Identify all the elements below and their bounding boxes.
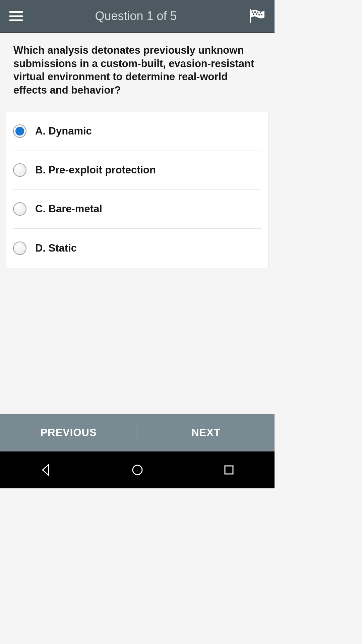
- svg-rect-6: [256, 13, 257, 15]
- answer-option-a[interactable]: A. Dynamic: [13, 112, 261, 151]
- svg-rect-1: [252, 11, 253, 13]
- next-button[interactable]: NEXT: [137, 427, 275, 439]
- home-icon[interactable]: [131, 463, 144, 477]
- svg-rect-4: [260, 12, 261, 13]
- svg-rect-5: [253, 13, 254, 15]
- previous-button[interactable]: PREVIOUS: [0, 427, 137, 439]
- answer-label: B. Pre-exploit protection: [35, 164, 156, 176]
- svg-rect-7: [258, 14, 260, 15]
- content-area: Which analysis detonates previously unkn…: [0, 33, 275, 414]
- radio-icon: [13, 163, 26, 177]
- radio-icon: [13, 241, 26, 255]
- svg-rect-2: [254, 11, 256, 13]
- menu-icon[interactable]: [9, 11, 23, 21]
- app-header: Question 1 of 5: [0, 0, 275, 33]
- answers-card: A. Dynamic B. Pre-exploit protection C. …: [6, 112, 268, 268]
- answer-label: C. Bare-metal: [35, 203, 102, 215]
- answer-label: D. Static: [35, 242, 77, 254]
- answer-option-b[interactable]: B. Pre-exploit protection: [13, 151, 261, 190]
- svg-point-9: [133, 465, 142, 475]
- flag-icon[interactable]: [249, 9, 265, 23]
- svg-rect-8: [261, 14, 262, 15]
- system-navbar: [0, 451, 275, 488]
- answer-option-d[interactable]: D. Static: [13, 229, 261, 268]
- back-icon[interactable]: [39, 463, 53, 477]
- radio-icon: [13, 124, 26, 138]
- answer-label: A. Dynamic: [35, 125, 92, 137]
- question-text: Which analysis detonates previously unkn…: [6, 44, 268, 97]
- svg-rect-10: [225, 466, 233, 474]
- bottom-nav: PREVIOUS NEXT: [0, 414, 275, 451]
- svg-rect-3: [257, 12, 258, 13]
- answer-option-c[interactable]: C. Bare-metal: [13, 190, 261, 229]
- recent-apps-icon[interactable]: [222, 463, 236, 477]
- page-title: Question 1 of 5: [23, 9, 249, 23]
- radio-icon: [13, 202, 26, 216]
